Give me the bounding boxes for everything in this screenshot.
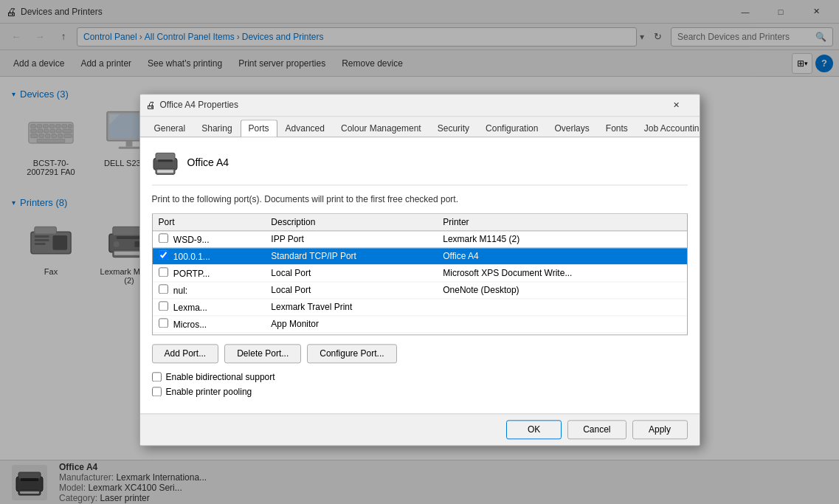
pooling-label: Enable printer pooling: [166, 387, 252, 397]
tab-overlays[interactable]: Overlays: [546, 120, 597, 137]
svg-rect-63: [158, 159, 173, 162]
tab-ports[interactable]: Ports: [241, 120, 277, 137]
printer-properties-dialog: 🖨 Office A4 Properties ✕ General Sharing…: [139, 94, 700, 446]
port-checkbox[interactable]: [159, 250, 168, 260]
tab-job-accounting[interactable]: Job Accounting: [636, 120, 700, 137]
delete-port-button[interactable]: Delete Port...: [224, 344, 301, 363]
desc-cell: IPP Port: [265, 230, 437, 247]
port-checkbox[interactable]: [159, 318, 168, 328]
desc-cell: Standard TCP/IP Port: [265, 247, 437, 264]
port-checkbox[interactable]: [159, 267, 168, 277]
tab-fonts[interactable]: Fonts: [598, 120, 636, 137]
table-row[interactable]: 100.0.1... Standard TCP/IP Port Office A…: [153, 247, 687, 264]
port-cell: nul:: [153, 281, 266, 298]
dialog-actions: OK Cancel Apply: [140, 413, 700, 445]
dialog-printer-header: Office A4: [152, 149, 688, 185]
svg-rect-61: [156, 153, 175, 160]
bidirectional-checkbox[interactable]: [152, 372, 162, 382]
col-description: Description: [265, 214, 437, 231]
cancel-button[interactable]: Cancel: [567, 420, 626, 439]
dialog-titlebar-icon: 🖨: [146, 100, 156, 111]
dialog-body: Office A4 Print to the following port(s)…: [140, 137, 700, 413]
tab-configuration[interactable]: Configuration: [477, 120, 546, 137]
port-cell: Micros...: [153, 315, 266, 332]
desc-cell: Lexmark Travel Print: [265, 298, 437, 315]
port-checkbox[interactable]: [159, 284, 168, 294]
tab-advanced[interactable]: Advanced: [277, 120, 333, 137]
port-cell: 100.0.1...: [153, 247, 266, 264]
apply-button[interactable]: Apply: [632, 420, 688, 439]
printer-cell: Lexmark M1145 (2): [437, 230, 686, 247]
dialog-title: Office A4 Properties: [160, 100, 660, 110]
ports-table-container: Port Description Printer WSD-9... IPP Po…: [152, 213, 688, 335]
port-buttons-row: Add Port... Delete Port... Configure Por…: [152, 344, 688, 363]
table-row[interactable]: Micros... App Monitor: [153, 332, 687, 335]
dialog-printer-name: Office A4: [187, 156, 229, 168]
port-cell: PORTP...: [153, 264, 266, 281]
ports-table: Port Description Printer WSD-9... IPP Po…: [153, 214, 687, 335]
tab-security[interactable]: Security: [429, 120, 477, 137]
port-checkbox[interactable]: [159, 301, 168, 311]
dialog-printer-icon: [152, 149, 179, 176]
pooling-row: Enable printer pooling: [152, 387, 688, 397]
desc-cell: Local Port: [265, 281, 437, 298]
desc-cell: App Monitor: [265, 332, 437, 335]
port-cell: Lexma...: [153, 298, 266, 315]
configure-port-button[interactable]: Configure Port...: [307, 344, 396, 363]
printer-cell: Office A4: [437, 247, 686, 264]
dialog-titlebar: 🖨 Office A4 Properties ✕: [140, 94, 700, 117]
port-cell: Micros...: [153, 332, 266, 335]
ok-button[interactable]: OK: [506, 420, 562, 439]
add-port-button[interactable]: Add Port...: [152, 344, 219, 363]
table-row[interactable]: Lexma... Lexmark Travel Print: [153, 298, 687, 315]
printer-cell: [437, 298, 686, 315]
printer-cell: Microsoft XPS Document Write...: [437, 264, 686, 281]
printer-cell: [437, 315, 686, 332]
table-row[interactable]: Micros... App Monitor: [153, 315, 687, 332]
table-row[interactable]: nul: Local Port OneNote (Desktop): [153, 281, 687, 298]
tab-bar: General Sharing Ports Advanced Colour Ma…: [140, 117, 700, 137]
table-row[interactable]: PORTP... Local Port Microsoft XPS Docume…: [153, 264, 687, 281]
desc-cell: Local Port: [265, 264, 437, 281]
bidirectional-row: Enable bidirectional support: [152, 372, 688, 382]
pooling-checkbox[interactable]: [152, 387, 162, 396]
tab-colour-management[interactable]: Colour Management: [333, 120, 429, 137]
port-cell: WSD-9...: [153, 230, 266, 247]
printer-cell: OneNote (Desktop): [437, 281, 686, 298]
bidirectional-label: Enable bidirectional support: [166, 372, 275, 382]
svg-rect-64: [157, 170, 173, 173]
dialog-description: Print to the following port(s). Document…: [152, 194, 688, 204]
table-row[interactable]: WSD-9... IPP Port Lexmark M1145 (2): [153, 230, 687, 247]
col-port: Port: [153, 214, 266, 231]
dialog-close-button[interactable]: ✕: [660, 94, 694, 116]
desc-cell: App Monitor: [265, 315, 437, 332]
tab-sharing[interactable]: Sharing: [193, 120, 240, 137]
tab-general[interactable]: General: [146, 120, 194, 137]
port-checkbox[interactable]: [159, 233, 168, 243]
col-printer: Printer: [437, 214, 686, 231]
printer-cell: [437, 332, 686, 335]
